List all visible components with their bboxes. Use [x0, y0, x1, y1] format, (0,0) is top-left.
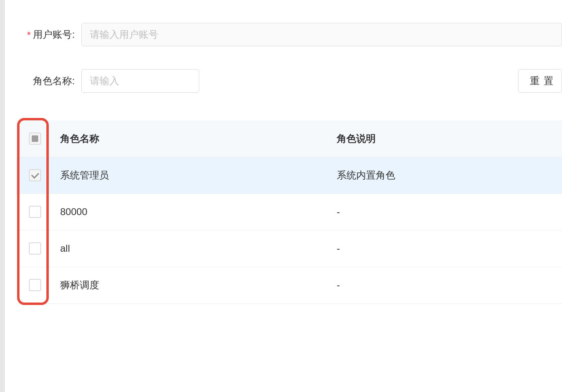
table-row[interactable]: 狮桥调度 - [16, 267, 562, 303]
table-row[interactable]: 80000 - [16, 194, 562, 230]
form-row-account: *用户账号: [16, 23, 562, 46]
cell-role-desc: - [330, 194, 562, 230]
cell-role-name: 系统管理员 [54, 157, 330, 194]
role-table-wrap: 角色名称 角色说明 系统管理员 系统内置角色 [16, 120, 562, 304]
cell-role-desc: - [330, 267, 562, 303]
cell-role-desc: 系统内置角色 [330, 157, 562, 194]
cell-role-name: 狮桥调度 [54, 267, 330, 303]
col-header-role-name: 角色名称 [54, 120, 330, 157]
row-checkbox[interactable] [29, 206, 41, 218]
reset-button[interactable]: 重置 [518, 69, 562, 93]
role-name-label: 角色名称: [16, 74, 81, 87]
col-header-role-desc: 角色说明 [330, 120, 562, 157]
row-checkbox[interactable] [29, 169, 41, 181]
row-checkbox[interactable] [29, 279, 41, 291]
cell-role-desc: - [330, 230, 562, 267]
required-star-icon: * [27, 30, 31, 40]
account-label: *用户账号: [16, 28, 81, 41]
cell-role-name: all [54, 230, 330, 267]
table-row[interactable]: all - [16, 230, 562, 267]
account-input[interactable] [81, 23, 562, 46]
select-all-checkbox[interactable] [29, 133, 41, 145]
row-checkbox[interactable] [29, 242, 41, 255]
role-table: 角色名称 角色说明 系统管理员 系统内置角色 [16, 120, 562, 304]
table-row[interactable]: 系统管理员 系统内置角色 [16, 157, 562, 194]
cell-role-name: 80000 [54, 194, 330, 230]
role-name-input[interactable] [81, 69, 199, 93]
table-header-row: 角色名称 角色说明 [16, 120, 562, 157]
form-row-role-name: 角色名称: 重置 [16, 69, 562, 93]
